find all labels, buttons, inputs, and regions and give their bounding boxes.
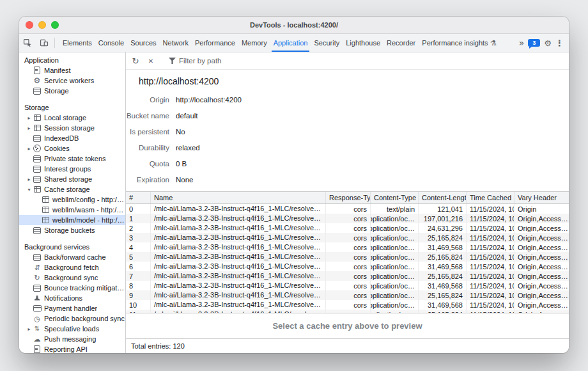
expander-arrow-icon[interactable]: ▾ (26, 187, 33, 193)
issues-counter-bubble-icon[interactable]: 3 (528, 39, 540, 47)
sidebar-item[interactable]: Storage (19, 86, 125, 96)
column-header-content-type[interactable]: Content-Type (371, 192, 419, 203)
table-row[interactable]: 6 /mlc-ai/Llama-3.2-3B-Instruct-q4f16_1-… (126, 262, 569, 271)
table-row[interactable]: 10 /mlc-ai/Llama-3.2-3B-Instruct-q4f16_1… (126, 300, 569, 310)
delete-selected-icon[interactable]: ✕ (144, 54, 158, 68)
sidebar-item-group: Storage (19, 86, 125, 96)
window-titlebar[interactable]: DevTools - localhost:4200/ (19, 17, 569, 34)
sidebar-item[interactable]: Service workers (19, 75, 125, 86)
sidebar-item[interactable]: Background fetch (19, 262, 125, 272)
sidebar-item-label: Local storage (44, 114, 86, 122)
sidebar-item[interactable]: Interest groups (19, 164, 125, 174)
cell-content-length: 25,165,824 (419, 252, 467, 262)
desktop-background: DevTools - localhost:4200/ Elemen (0, 0, 588, 371)
sidebar-item[interactable]: Manifest (19, 65, 125, 75)
expander-arrow-icon[interactable]: ▸ (26, 125, 33, 131)
sidebar-section-header[interactable]: Storage (19, 102, 125, 113)
table-row[interactable]: 7 /mlc-ai/Llama-3.2-3B-Instruct-q4f16_1-… (126, 271, 569, 281)
devtools-tab[interactable]: Application (270, 34, 311, 52)
sidebar-section-header[interactable]: Background services (19, 242, 125, 252)
table-row[interactable]: 8 /mlc-ai/Llama-3.2-3B-Instruct-q4f16_1-… (126, 281, 569, 290)
sidebar-item[interactable]: ▾ Cache storage (19, 184, 125, 194)
sidebar-item[interactable]: ▸ Session storage (19, 123, 125, 133)
sidebar-item-group: Payment handler (19, 303, 125, 313)
sidebar-item-icon (33, 144, 42, 153)
sidebar-item[interactable]: Periodic background sync (19, 313, 125, 324)
column-header-index[interactable]: # (126, 192, 151, 203)
sidebar-section-items: Manifest Service workers (19, 65, 125, 96)
column-header-response-type[interactable]: Response-Type (326, 192, 371, 203)
sidebar-item[interactable]: Private state tokens (19, 154, 125, 164)
sidebar-item[interactable]: Reporting API (19, 344, 125, 353)
sidebar-item[interactable]: Back/forward cache (19, 252, 125, 262)
sidebar-item[interactable]: Background sync (19, 272, 125, 283)
cache-panel-toolbar: ↻ ✕ Filter by path (126, 52, 569, 70)
sidebar-item[interactable]: ▸ Cookies (19, 143, 125, 154)
close-window-button[interactable] (26, 21, 33, 29)
sidebar-subitem[interactable]: webllm/config - http://loc… (19, 194, 125, 205)
tab-label: Sources (130, 39, 156, 47)
sidebar-subitem[interactable]: webllm/model - http://loc… (19, 215, 125, 225)
sidebar-item[interactable]: IndexedDB (19, 133, 125, 143)
refresh-icon[interactable]: ↻ (128, 54, 143, 68)
sidebar-item[interactable]: Bounce tracking mitigations (19, 283, 125, 293)
sidebar-item-icon (33, 314, 42, 323)
filter-input[interactable]: Filter by path (165, 54, 225, 68)
table-row[interactable]: 9 /mlc-ai/Llama-3.2-3B-Instruct-q4f16_1-… (126, 290, 569, 300)
settings-gear-icon[interactable]: ⚙ (544, 39, 552, 47)
cell-vary-header: Origin,Access… (514, 223, 569, 233)
devtools-tab[interactable]: Memory (238, 34, 270, 52)
cell-content-length: 25,165,824 (419, 290, 467, 300)
table-row[interactable]: 5 /mlc-ai/Llama-3.2-3B-Instruct-q4f16_1-… (126, 252, 569, 262)
devtools-tab[interactable]: Recorder (383, 34, 419, 52)
column-header-name[interactable]: Name (151, 192, 326, 203)
devtools-tab[interactable]: Elements (59, 34, 95, 52)
column-header-time-cached[interactable]: Time Cached (467, 192, 514, 203)
devtools-tab[interactable]: Security (311, 34, 343, 52)
zoom-window-button[interactable] (51, 21, 59, 29)
sidebar-item[interactable]: Storage buckets (19, 225, 125, 235)
sidebar-item-label: Storage (44, 87, 69, 95)
sidebar-item-label: Speculative loads (44, 325, 99, 333)
table-row[interactable]: 3 /mlc-ai/Llama-3.2-3B-Instruct-q4f16_1-… (126, 233, 569, 242)
devtools-tab[interactable]: Lighthouse (343, 34, 383, 52)
expander-arrow-icon[interactable]: ▸ (26, 146, 33, 152)
sidebar-item[interactable]: ▸ Shared storage (19, 174, 125, 184)
sidebar-item[interactable]: Notifications (19, 293, 125, 303)
sidebar-item-icon (33, 134, 42, 143)
metadata-label: Quota (126, 160, 169, 168)
table-row[interactable]: 2 /mlc-ai/Llama-3.2-3B-Instruct-q4f16_1-… (126, 223, 569, 233)
table-row[interactable]: 4 /mlc-ai/Llama-3.2-3B-Instruct-q4f16_1-… (126, 242, 569, 252)
devtools-tab[interactable]: Performance insights (419, 34, 499, 52)
metadata-label: Origin (126, 96, 169, 104)
column-header-content-length[interactable]: Content-Length (419, 192, 467, 203)
cell-content-type: application/oc… (371, 214, 419, 223)
cell-index: 10 (126, 300, 151, 310)
inspect-element-button[interactable] (19, 34, 36, 52)
cache-origin-title: http://localhost:4200 (126, 70, 569, 91)
sidebar-item[interactable]: Push messaging (19, 334, 125, 344)
column-header-vary-header[interactable]: Vary Header (514, 192, 569, 203)
sidebar-item-label: Interest groups (44, 165, 91, 173)
expander-arrow-icon[interactable]: ▸ (26, 177, 33, 182)
sidebar-section-header[interactable]: Application (19, 55, 125, 65)
more-panels-chevron-icon[interactable]: » (519, 38, 525, 47)
devtools-tab[interactable]: Performance (192, 34, 238, 52)
sidebar-item[interactable]: Payment handler (19, 303, 125, 313)
sidebar-item[interactable]: ▸ Speculative loads (19, 324, 125, 334)
device-toolbar-button[interactable] (36, 34, 52, 52)
devtools-tabbar: Elements Console Sources Network Perform… (19, 34, 569, 52)
table-row[interactable]: 0 /mlc-ai/Llama-3.2-3B-Instruct-q4f16_1-… (126, 204, 569, 214)
devtools-tab[interactable]: Console (95, 34, 127, 52)
sidebar-subitem[interactable]: webllm/wasm - http://loca… (19, 205, 125, 215)
sidebar-item[interactable]: ▸ Local storage (19, 113, 125, 123)
kebab-menu-icon[interactable]: ⋮ (555, 39, 564, 47)
expander-arrow-icon[interactable]: ▸ (26, 326, 33, 332)
table-row[interactable]: 1 /mlc-ai/Llama-3.2-3B-Instruct-q4f16_1-… (126, 214, 569, 223)
expander-arrow-icon[interactable]: ▸ (26, 115, 33, 121)
cell-name: /mlc-ai/Llama-3.2-3B-Instruct-q4f16_1-ML… (151, 300, 326, 310)
devtools-tab[interactable]: Network (160, 34, 192, 52)
minimize-window-button[interactable] (38, 21, 46, 29)
cell-name: /mlc-ai/Llama-3.2-3B-Instruct-q4f16_1-ML… (151, 204, 326, 214)
devtools-tab[interactable]: Sources (127, 34, 159, 52)
